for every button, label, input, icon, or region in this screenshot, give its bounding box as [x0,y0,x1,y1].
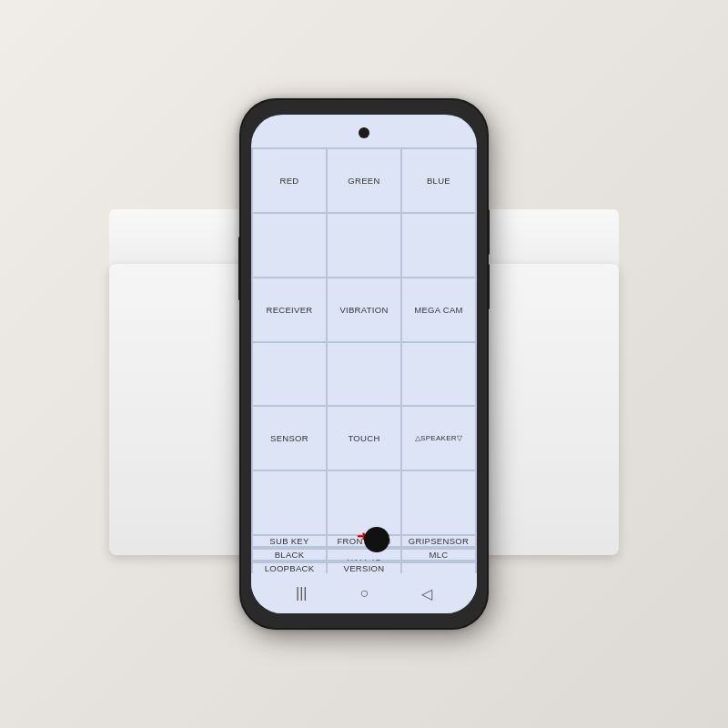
cell-red[interactable]: RED [252,148,327,213]
cell-black[interactable]: BLACK [252,549,327,561]
cell-empty9 [401,470,476,535]
front-camera-dot [359,127,369,138]
cell-empty8 [327,470,401,535]
cell-receiver[interactable]: RECEIVER [252,278,327,342]
cell-gripsensor[interactable]: GRIPSENSOR [401,535,476,547]
volume-down-button[interactable] [487,264,490,309]
cell-empty1 [252,213,327,278]
cell-empty4 [252,342,327,407]
recents-button[interactable]: ||| [296,585,307,602]
volume-up-button[interactable] [487,209,490,255]
navigation-bar: ||| ○ ◁ [251,573,477,613]
cell-blue[interactable]: BLUE [401,148,476,213]
cell-speaker[interactable]: △SPEAKER▽ [401,406,476,470]
cell-empty7 [252,470,327,535]
cell-empty6 [401,342,476,407]
cell-touch[interactable]: TOUCH [327,406,401,470]
cell-green[interactable]: GREEN [327,148,401,213]
cell-empty2 [327,213,401,278]
cell-hall-ic[interactable]: HALL IC ➜ [327,549,401,561]
cell-sub-key[interactable]: SUB KEY [252,535,327,547]
phone-screen: RED GREEN BLUE RECEIVER VIBRATION [251,115,477,613]
test-grid: RED GREEN BLUE RECEIVER VIBRATION [251,147,477,575]
cell-mega-cam[interactable]: MEGA CAM [401,278,476,342]
cell-vibration[interactable]: VIBRATION [327,278,401,342]
cell-empty5 [327,342,401,407]
power-button[interactable] [238,237,241,300]
back-button[interactable]: ◁ [421,585,432,602]
scene: RED GREEN BLUE RECEIVER VIBRATION [0,0,728,728]
hall-ic-dot [364,527,389,552]
home-button[interactable]: ○ [359,585,369,602]
cell-mlc[interactable]: MLC [401,549,476,561]
cell-empty3 [401,213,476,278]
phone: RED GREEN BLUE RECEIVER VIBRATION [241,100,487,628]
cell-sensor[interactable]: SENSOR [252,406,327,470]
